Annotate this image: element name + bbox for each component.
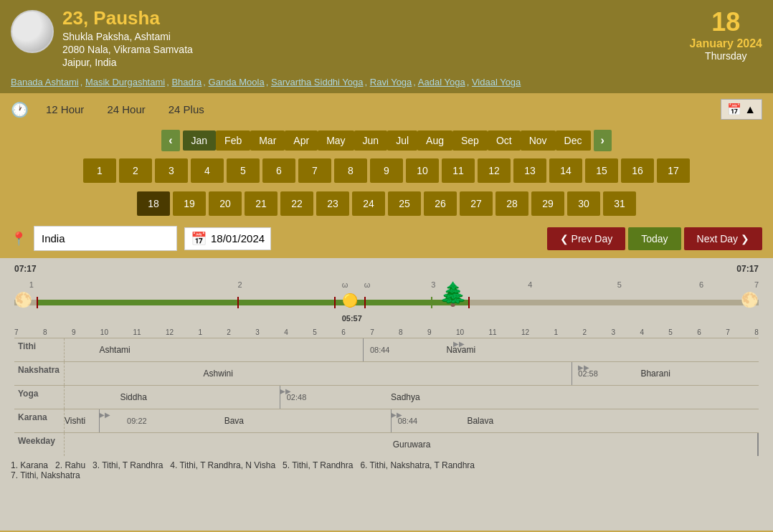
day-button-6[interactable]: 6 [262, 158, 295, 183]
tag-link[interactable]: Masik Durgashtami [85, 77, 165, 87]
day-button-25[interactable]: 25 [388, 191, 421, 216]
tick4 [364, 297, 366, 308]
day-button-23[interactable]: 23 [316, 191, 349, 216]
timeline-day [37, 300, 468, 305]
tag-link[interactable]: Ravi Yoga [370, 77, 412, 87]
location-info: Jaipur, India [62, 57, 193, 68]
24plus-button[interactable]: 24 Plus [158, 99, 214, 120]
current-time-marker: 05:57 [342, 314, 362, 323]
day-button-27[interactable]: 27 [460, 191, 493, 216]
month-button-dec[interactable]: Dec [556, 130, 591, 151]
tag-link[interactable]: Banada Ashtami [11, 77, 79, 87]
tag-link[interactable]: Bhadra [171, 77, 201, 87]
hour-label: 2 [582, 328, 587, 336]
hour-label: 3 [255, 328, 260, 336]
yoga-sadhya: Sadhya [391, 392, 420, 402]
day-button-30[interactable]: 30 [567, 191, 600, 216]
date-calendar-icon: 📅 [191, 231, 207, 247]
day-button-24[interactable]: 24 [352, 191, 385, 216]
seg6: 5 [617, 280, 622, 289]
karana-label: Karana [14, 409, 65, 432]
day-button-12[interactable]: 12 [478, 158, 511, 183]
month-button-oct[interactable]: Oct [488, 130, 521, 151]
month-button-apr[interactable]: Apr [285, 130, 318, 151]
gregorian-weekday: Thursday [690, 50, 762, 62]
day-button-19[interactable]: 19 [173, 191, 206, 216]
location-input[interactable] [34, 226, 177, 251]
day-button-7[interactable]: 7 [298, 158, 331, 183]
hour-labels: 78910111212345678910111212345678 [14, 328, 759, 338]
hour-label: 4 [640, 328, 644, 336]
day-button-21[interactable]: 21 [245, 191, 278, 216]
month-button-aug[interactable]: Aug [417, 130, 452, 151]
day-button-18[interactable]: 18 [137, 191, 170, 216]
hour-label: 12 [521, 328, 529, 336]
month-button-jul[interactable]: Jul [387, 130, 417, 151]
day-button-9[interactable]: 9 [370, 158, 403, 183]
day-button-31[interactable]: 31 [603, 191, 636, 216]
header-date: 18 January 2024 Thursday [690, 7, 762, 62]
day-button-2[interactable]: 2 [119, 158, 152, 183]
day-button-29[interactable]: 29 [531, 191, 564, 216]
day-button-14[interactable]: 14 [549, 158, 582, 183]
day-button-8[interactable]: 8 [334, 158, 367, 183]
header-left: 23, Pausha Shukla Paksha, Ashtami 2080 N… [11, 7, 193, 68]
tag-link[interactable]: Aadal Yoga [418, 77, 465, 87]
sunrise-times: 07:17 07:17 [14, 264, 759, 278]
location-pin-icon: 📍 [11, 231, 27, 247]
notes-line2: 7. Tithi, Nakshatra [11, 470, 762, 480]
hour-label: 4 [284, 328, 288, 336]
nakshatra-label: Nakshatra [14, 362, 65, 385]
month-button-feb[interactable]: Feb [216, 130, 250, 151]
month-button-mar[interactable]: Mar [250, 130, 285, 151]
seg2: 2 [237, 280, 242, 289]
gregorian-month-year: January 2024 [690, 37, 762, 50]
hour-label: 8 [399, 328, 403, 336]
tithi-end-time: 08:44 [370, 346, 390, 354]
day-button-10[interactable]: 10 [406, 158, 439, 183]
tag-link[interactable]: Ganda Moola [209, 77, 265, 87]
month-button-jan[interactable]: Jan [183, 130, 217, 151]
tithi-marker: ▶▶ [453, 340, 465, 348]
month-button-jun[interactable]: Jun [354, 130, 388, 151]
day-button-5[interactable]: 5 [227, 158, 260, 183]
tithi-label: Tithi [14, 338, 65, 361]
day-button-26[interactable]: 26 [424, 191, 457, 216]
prev-month-button[interactable]: ‹ [161, 130, 179, 151]
month-button-may[interactable]: May [318, 130, 354, 151]
month-button-nov[interactable]: Nov [521, 130, 556, 151]
day-button-17[interactable]: 17 [657, 158, 690, 183]
sunrise-time-right: 07:17 [736, 264, 759, 274]
calendar-grid-icon: 📅 [727, 103, 741, 116]
hour-label: 8 [43, 328, 47, 336]
month-button-sep[interactable]: Sep [452, 130, 488, 151]
day-button-15[interactable]: 15 [585, 158, 618, 183]
calendar-toggle-button[interactable]: 📅 ▲ [721, 99, 762, 120]
controls-row: 📍 📅 18/01/2024 ❮ Prev Day Today Next Day… [0, 222, 773, 258]
nakshatra-marker: ▶▶ [578, 364, 589, 371]
hour-label: 1 [554, 328, 559, 336]
karana-row: Karana Vishti 09:22 Bava 08:44 Balava ▶▶… [14, 409, 759, 432]
day-button-28[interactable]: 28 [495, 191, 528, 216]
day-button-22[interactable]: 22 [280, 191, 313, 216]
day-button-13[interactable]: 13 [513, 158, 546, 183]
day-button-3[interactable]: 3 [155, 158, 188, 183]
next-day-button[interactable]: Next Day ❯ [684, 227, 762, 250]
tag-link[interactable]: Sarvartha Siddhi Yoga [271, 77, 364, 87]
today-button[interactable]: Today [628, 227, 680, 250]
yoga-siddha: Siddha [120, 392, 146, 402]
day-button-16[interactable]: 16 [621, 158, 654, 183]
tithi-row: Tithi Ashtami 08:44 Navami ▶▶ [14, 338, 759, 361]
seg1: 1 [29, 280, 34, 289]
day-button-4[interactable]: 4 [191, 158, 224, 183]
12hour-button[interactable]: 12 Hour [36, 99, 94, 120]
day-button-11[interactable]: 11 [442, 158, 475, 183]
chevron-up-icon: ▲ [744, 103, 756, 116]
day-button-20[interactable]: 20 [209, 191, 242, 216]
next-month-button[interactable]: › [594, 130, 612, 151]
24hour-button[interactable]: 24 Hour [97, 99, 155, 120]
tag-link[interactable]: Vidaal Yoga [472, 77, 521, 87]
prev-day-button[interactable]: ❮ Prev Day [547, 227, 625, 250]
karana-vishti-time: 09:22 [127, 417, 147, 425]
day-button-1[interactable]: 1 [83, 158, 116, 183]
